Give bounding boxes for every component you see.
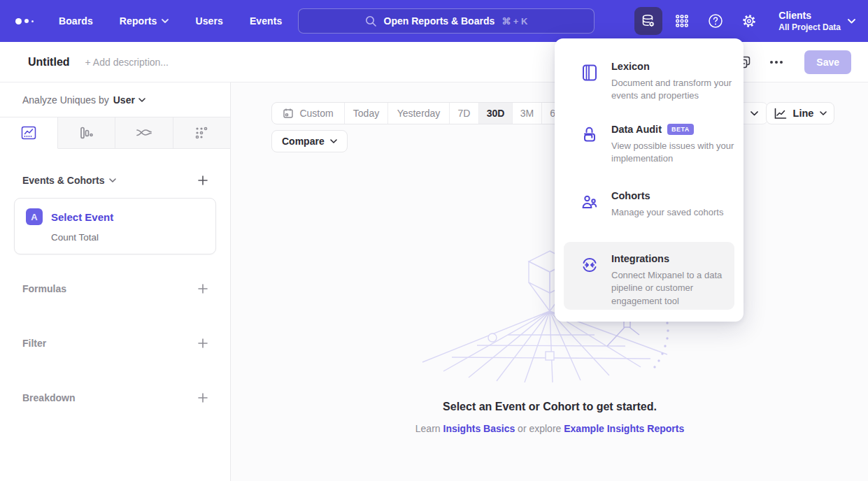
project-name: Clients bbox=[778, 10, 841, 21]
date-range-control: Custom Today Yesterday 7D 30D 3M 6M bbox=[271, 102, 572, 124]
analyze-label: Analyze Uniques by bbox=[22, 94, 109, 106]
date-range-3m[interactable]: 3M bbox=[513, 103, 542, 124]
date-range-30d[interactable]: 30D bbox=[479, 103, 513, 124]
chart-type-value: Line bbox=[793, 108, 814, 119]
report-title[interactable]: Untitled bbox=[28, 56, 70, 69]
tab-insights[interactable] bbox=[0, 117, 58, 149]
cohorts-people-icon bbox=[581, 193, 599, 211]
report-description-placeholder[interactable]: + Add description... bbox=[85, 57, 169, 68]
search-placeholder: Open Reports & Boards bbox=[384, 15, 495, 27]
report-header-actions: Save bbox=[732, 42, 851, 82]
date-range-7d[interactable]: 7D bbox=[450, 103, 479, 124]
event-aggregation-label[interactable]: Count Total bbox=[51, 232, 204, 243]
add-breakdown-button[interactable] bbox=[195, 390, 211, 405]
menu-item-integrations[interactable]: Integrations Connect Mixpanel to a data … bbox=[564, 242, 734, 310]
chevron-down-icon bbox=[162, 19, 169, 23]
help-icon bbox=[707, 13, 724, 29]
bar-chart-icon bbox=[78, 126, 94, 140]
events-cohorts-dropdown[interactable]: Events & Cohorts bbox=[22, 175, 116, 186]
middle-text: or explore bbox=[518, 423, 561, 434]
database-gear-icon bbox=[640, 13, 657, 29]
integrations-description: Connect Mixpanel to a data pipeline or c… bbox=[611, 269, 734, 308]
compare-dropdown[interactable]: Compare bbox=[271, 130, 348, 152]
chevron-down-icon bbox=[848, 19, 855, 24]
select-event-label: Select Event bbox=[51, 211, 113, 223]
date-range-3m-label: 3M bbox=[520, 108, 534, 119]
metrics-dots-icon bbox=[194, 126, 208, 140]
analyze-uniques-row: Analyze Uniques by User bbox=[0, 82, 230, 117]
add-formula-button[interactable] bbox=[195, 281, 211, 296]
data-management-button[interactable] bbox=[634, 7, 662, 35]
tab-metrics[interactable] bbox=[173, 117, 231, 148]
calendar-icon bbox=[283, 108, 294, 119]
chevron-down-icon bbox=[138, 98, 145, 102]
gear-icon bbox=[741, 13, 757, 29]
primary-nav: Boards Reports Users Events bbox=[59, 15, 282, 27]
empty-state-subtext: Learn Insights Basics or explore Example… bbox=[232, 423, 868, 434]
plus-icon bbox=[197, 392, 208, 403]
example-reports-link[interactable]: Example Insights Reports bbox=[564, 423, 684, 434]
nav-boards-label: Boards bbox=[59, 15, 93, 27]
date-range-yesterday-label: Yesterday bbox=[397, 108, 441, 119]
date-range-yesterday[interactable]: Yesterday bbox=[388, 103, 450, 124]
nav-events[interactable]: Events bbox=[250, 15, 283, 27]
plus-icon bbox=[197, 283, 208, 294]
integrations-sync-icon bbox=[581, 256, 599, 274]
flow-icon bbox=[136, 127, 152, 139]
project-scope: All Project Data bbox=[778, 22, 841, 32]
select-event-card[interactable]: A Select Event Count Total bbox=[14, 198, 216, 254]
lexicon-description: Document and transform your events and p… bbox=[611, 77, 734, 103]
tab-bar-chart[interactable] bbox=[58, 117, 116, 148]
event-series-badge: A bbox=[26, 208, 43, 225]
nav-users-label: Users bbox=[195, 15, 222, 27]
grid-icon bbox=[674, 13, 690, 29]
search-input[interactable]: Open Reports & Boards ⌘ + K bbox=[298, 8, 595, 34]
chart-type-dropdown[interactable]: Line bbox=[766, 102, 834, 124]
nav-events-label: Events bbox=[250, 15, 283, 27]
save-button[interactable]: Save bbox=[804, 50, 851, 74]
menu-item-lexicon[interactable]: Lexicon Document and transform your even… bbox=[564, 61, 734, 103]
line-chart-icon bbox=[774, 108, 787, 120]
nav-reports[interactable]: Reports bbox=[120, 15, 169, 27]
insights-basics-link[interactable]: Insights Basics bbox=[443, 423, 515, 434]
data-audit-title: Data Audit bbox=[611, 124, 662, 135]
menu-item-cohorts[interactable]: Cohorts Manage your saved cohorts bbox=[564, 190, 734, 219]
chevron-down-icon bbox=[750, 111, 758, 116]
menu-item-data-audit[interactable]: Data Audit BETA View possible issues wit… bbox=[564, 124, 734, 166]
date-range-custom[interactable]: Custom bbox=[272, 103, 345, 124]
chevron-down-icon bbox=[820, 111, 827, 115]
breakdown-section: Breakdown bbox=[0, 390, 230, 405]
project-switcher[interactable]: Clients All Project Data bbox=[778, 10, 855, 32]
analyze-entity-dropdown[interactable]: User bbox=[113, 94, 145, 106]
mixpanel-insights-app: Boards Reports Users Events Open Reports… bbox=[0, 0, 868, 481]
data-audit-description: View possible issues with your implement… bbox=[611, 140, 734, 166]
nav-users[interactable]: Users bbox=[195, 15, 222, 27]
add-event-button[interactable] bbox=[195, 173, 211, 188]
lexicon-book-icon bbox=[581, 64, 599, 82]
add-filter-button[interactable] bbox=[195, 336, 211, 351]
cohorts-description: Manage your saved cohorts bbox=[611, 206, 734, 219]
apps-grid-button[interactable] bbox=[668, 7, 696, 35]
formulas-section: Formulas bbox=[0, 281, 230, 296]
formulas-label: Formulas bbox=[22, 283, 66, 294]
events-cohorts-label: Events & Cohorts bbox=[22, 175, 104, 186]
beta-badge: BETA bbox=[667, 124, 694, 135]
help-button[interactable] bbox=[702, 7, 730, 35]
data-management-menu: Lexicon Document and transform your even… bbox=[555, 38, 744, 322]
date-range-30d-label: 30D bbox=[487, 108, 505, 119]
nav-right-cluster: Clients All Project Data bbox=[634, 0, 868, 42]
settings-button[interactable] bbox=[735, 7, 763, 35]
tab-flow[interactable] bbox=[115, 117, 173, 148]
nav-boards[interactable]: Boards bbox=[59, 15, 93, 27]
more-options-button[interactable] bbox=[764, 50, 789, 75]
nav-reports-label: Reports bbox=[120, 15, 157, 27]
search-shortcut: ⌘ + K bbox=[501, 16, 527, 27]
date-range-today[interactable]: Today bbox=[345, 103, 388, 124]
analyze-entity-value: User bbox=[113, 94, 135, 106]
mixpanel-logo[interactable] bbox=[15, 18, 48, 24]
date-range-custom-label: Custom bbox=[299, 108, 333, 119]
report-canvas: Custom Today Yesterday 7D 30D 3M 6M Line bbox=[232, 82, 868, 481]
empty-state: Select an Event or Cohort to get started… bbox=[232, 248, 868, 434]
breakdown-label: Breakdown bbox=[22, 392, 75, 403]
chevron-down-icon bbox=[330, 139, 337, 143]
